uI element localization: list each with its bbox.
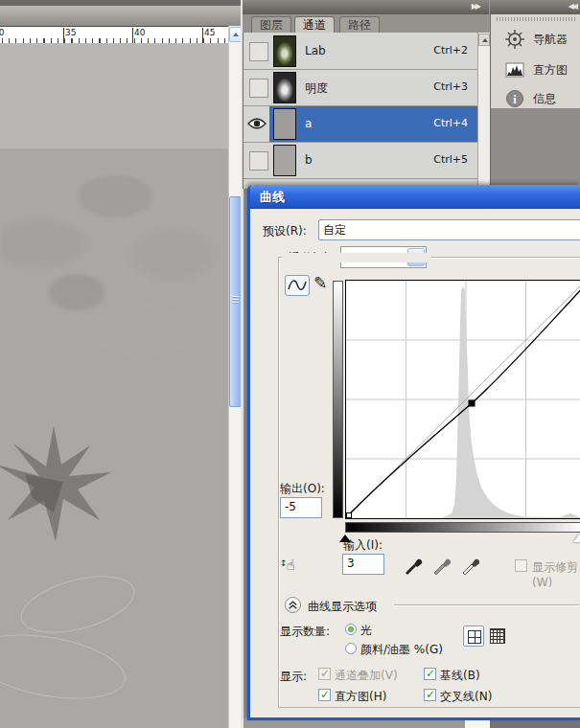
gray-eyedropper-icon[interactable] [432, 555, 453, 576]
quarter-grid-button[interactable] [463, 626, 484, 647]
dock-item-label: 直方图 [533, 62, 568, 79]
input-field[interactable]: 3 [342, 554, 384, 575]
output-field[interactable]: -5 [280, 497, 322, 518]
collapse-panel-icon[interactable]: ▶▶ [472, 2, 479, 11]
visibility-toggle[interactable] [249, 151, 268, 171]
dock-header: ◀◀ [490, 0, 580, 15]
fine-grid-button[interactable] [490, 628, 505, 644]
channel-shortcut: Ctrl+5 [433, 153, 468, 166]
radio-light[interactable] [345, 624, 357, 635]
baseline-label: 基线(B) [440, 668, 480, 684]
image-canvas[interactable]: 思缘设计论坛 WWW.MISSYUAN.COM [0, 43, 228, 728]
curve-endpoint-low[interactable] [347, 513, 352, 518]
white-eyedropper-icon[interactable] [461, 555, 482, 576]
input-label: 输入(I): [343, 537, 383, 554]
channel-thumbnail [273, 108, 296, 140]
channels-list: Lab Ctrl+2 明度 Ctrl+3 a Ctrl+4 b [243, 33, 490, 189]
curves-dialog: 曲线 预设(R): 自定 通道(C): a ✎ [247, 185, 580, 720]
dock-item-info[interactable]: i 信息 [499, 87, 579, 110]
collapse-dock-icon[interactable]: ◀◀ [568, 2, 576, 11]
output-gradient-bar [333, 281, 343, 518]
channel-row-lightness[interactable]: 明度 Ctrl+3 [244, 70, 477, 106]
dock-item-navigator[interactable]: 导航器 [499, 28, 579, 51]
dialog-title-bar[interactable]: 曲线 [250, 185, 580, 209]
preset-label: 预设(R): [263, 223, 307, 239]
black-eyedropper-icon[interactable] [404, 555, 425, 576]
preset-field[interactable]: 自定 [318, 219, 580, 240]
histogram-checkbox[interactable]: ✓ [318, 689, 331, 701]
canvas-flower-shape [0, 407, 140, 551]
curve-tool-icon [286, 276, 309, 295]
channel-name: Lab [305, 44, 326, 57]
tab-paths[interactable]: 路径 [339, 16, 380, 33]
dock-item-label: 导航器 [533, 32, 568, 48]
input-gradient-bar [345, 522, 580, 533]
channel-thumbnail [273, 145, 296, 176]
radio-pigment-ink[interactable] [345, 643, 357, 654]
channel-row-b[interactable]: b Ctrl+5 [244, 143, 477, 179]
scroll-up-button[interactable] [478, 34, 490, 46]
panel-group-header: ▶▶ [243, 0, 489, 15]
channel-name: b [305, 153, 313, 167]
intersection-line-label: 交叉线(N) [440, 689, 492, 705]
edit-points-tool-button[interactable] [285, 275, 310, 296]
channel-name: a [305, 117, 312, 130]
dock-item-histogram[interactable]: 直方图 [499, 58, 579, 81]
quarter-grid-icon [468, 630, 481, 644]
channel-row-a[interactable]: a Ctrl+4 [244, 106, 477, 143]
ruler-label: 45 [204, 28, 215, 37]
baseline-checkbox[interactable]: ✓ [424, 668, 436, 680]
channel-shortcut: Ctrl+3 [433, 80, 468, 93]
ruler-label: 35 [65, 28, 76, 37]
histogram-label: 直方图(H) [335, 689, 386, 705]
channel-overlay-label: 通道叠加(V) [335, 668, 398, 684]
pencil-tool-icon[interactable]: ✎ [313, 273, 327, 292]
photoshop-workspace: 30 35 40 45 思缘设计论坛 WWW.MISSYUAN.COM ▶▶ ◀… [0, 0, 580, 728]
channel-histogram [439, 286, 580, 518]
output-label: 输出(O): [280, 481, 325, 497]
drag-on-image-tool-icon[interactable]: ↕☝ [280, 557, 295, 574]
channel-name: 明度 [305, 80, 328, 97]
curve-grid[interactable] [345, 280, 580, 519]
channel-thumbnail [273, 35, 296, 67]
show-label: 显示: [280, 669, 307, 685]
dock-drag-handle[interactable] [497, 17, 577, 21]
visibility-toggle[interactable] [249, 79, 268, 98]
dialog-title: 曲线 [260, 189, 285, 206]
show-amount-label: 显示数量: [280, 624, 330, 640]
channels-scrollbar[interactable] [477, 33, 490, 189]
curve-selected-point[interactable] [469, 400, 476, 407]
channel-shortcut: Ctrl+4 [433, 117, 468, 129]
channel-shortcut: Ctrl+2 [433, 44, 468, 57]
intersection-line-checkbox[interactable]: ✓ [424, 689, 436, 701]
horizontal-ruler: 30 35 40 45 [0, 26, 228, 44]
dock-item-label: 信息 [533, 91, 556, 107]
show-clipping-label: 显示修剪(W) [532, 559, 580, 589]
options-header-label: 曲线显示选项 [308, 599, 377, 615]
navigator-wheel-icon [504, 29, 525, 50]
info-icon: i [504, 88, 525, 109]
window-chrome-band [0, 6, 243, 26]
tab-layers[interactable]: 图层 [251, 16, 291, 33]
channel-thumbnail [273, 72, 296, 103]
show-clipping-checkbox [515, 559, 527, 572]
collapse-options-button[interactable] [285, 597, 301, 613]
histogram-icon [504, 59, 525, 80]
white-point-slider[interactable] [573, 535, 580, 542]
radio-light-label: 光 [360, 623, 372, 639]
channel-row-lab[interactable]: Lab Ctrl+2 [244, 34, 477, 70]
chevron-double-up-icon [286, 598, 300, 612]
background-window-fragment [465, 720, 491, 728]
canvas-vertical-scrollbar[interactable] [228, 26, 242, 728]
eye-icon[interactable] [247, 117, 267, 130]
panel-tab-bar: 图层 通道 路径 ▾≡ [243, 14, 489, 34]
radio-pigment-ink-label: 颜料/油墨 %(G) [360, 642, 443, 658]
channel-overlay-checkbox: ✓ [318, 668, 331, 680]
tab-channels[interactable]: 通道 [294, 16, 335, 33]
ruler-label: 40 [134, 28, 145, 37]
visibility-toggle[interactable] [249, 42, 268, 61]
ruler-label: 30 [0, 28, 4, 37]
